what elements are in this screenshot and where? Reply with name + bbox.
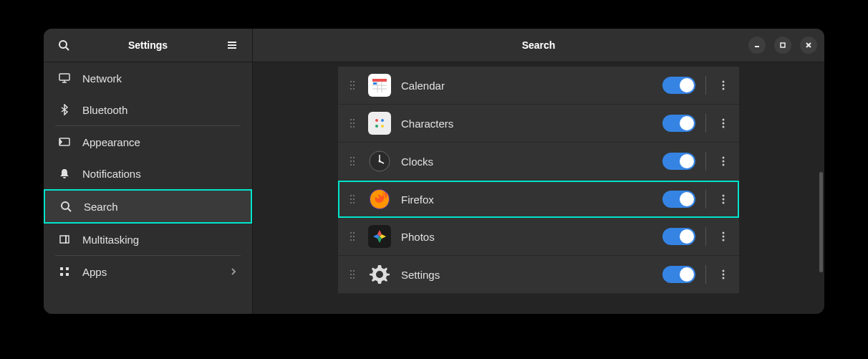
svg-line-10 [68,209,71,211]
divider [705,76,706,95]
divider [705,227,706,246]
search-provider-row-photos: Photos [338,218,739,256]
search-provider-row-calendar: Calendar [338,67,739,105]
svg-point-69 [353,202,355,204]
svg-point-74 [350,232,352,234]
toggle-switch[interactable] [662,115,695,132]
sidebar-item-network[interactable]: Network [44,62,252,94]
page-title: Search [522,39,556,51]
toggle-switch[interactable] [662,191,695,208]
drag-handle-icon[interactable] [347,80,358,91]
svg-point-87 [723,239,725,241]
sidebar-item-search[interactable]: Search [44,189,252,224]
app-label: Settings [401,269,652,281]
svg-point-35 [723,85,725,87]
search-provider-row-settings: Settings [338,256,739,294]
hamburger-icon [226,39,238,51]
sidebar-item-bluetooth[interactable]: Bluetooth [44,94,252,125]
svg-point-47 [381,125,384,128]
drag-handle-icon[interactable] [347,118,358,129]
minimize-button[interactable] [748,37,766,54]
svg-rect-18 [781,43,785,47]
svg-point-85 [723,232,725,234]
settings-app-icon [368,263,391,286]
characters-app-icon [368,112,391,135]
more-options-button[interactable] [716,155,730,167]
sidebar-item-label: Multitasking [82,234,139,246]
svg-point-45 [381,119,384,122]
svg-point-90 [350,274,352,275]
app-label: Firefox [401,193,652,206]
svg-point-63 [723,164,725,166]
svg-point-95 [723,274,725,276]
svg-point-60 [379,161,381,163]
svg-point-53 [350,161,352,162]
svg-point-55 [350,164,352,166]
sidebar-item-apps[interactable]: Apps [44,256,252,287]
bluetooth-icon [58,103,71,116]
firefox-app-icon [368,188,391,211]
sidebar-item-notifications[interactable]: Notifications [44,158,252,189]
svg-point-89 [353,270,355,272]
svg-point-72 [723,198,725,201]
close-button[interactable] [800,37,817,54]
divider [705,265,706,284]
svg-line-1 [66,47,69,50]
app-label: Clocks [401,155,652,168]
svg-point-61 [723,157,725,159]
sidebar-item-label: Search [84,201,118,213]
window-controls [748,37,817,54]
more-options-button[interactable] [716,231,730,242]
app-label: Characters [401,118,652,130]
svg-point-22 [353,81,355,82]
svg-point-44 [375,119,378,122]
divider [705,152,706,171]
svg-point-68 [350,202,352,204]
svg-point-66 [350,198,352,200]
svg-point-76 [350,236,352,237]
sidebar-search-button[interactable] [52,34,75,57]
toggle-switch[interactable] [662,77,695,94]
more-options-button[interactable] [716,193,730,205]
sidebar-item-multitasking[interactable]: Multitasking [44,224,252,255]
drag-handle-icon[interactable] [347,155,358,167]
drag-handle-icon[interactable] [347,193,358,205]
main-panel: Search [253,29,824,314]
hamburger-menu-button[interactable] [221,34,243,57]
search-provider-row-clocks: Clocks [338,143,739,181]
kebab-icon [722,80,725,91]
svg-rect-14 [66,267,69,270]
main-header: Search [253,29,824,62]
svg-point-36 [723,88,725,90]
drag-handle-icon[interactable] [347,269,358,280]
more-options-button[interactable] [716,118,730,129]
svg-point-49 [723,123,725,125]
search-provider-row-firefox: Firefox [338,181,739,218]
toggle-switch[interactable] [662,153,695,170]
svg-point-0 [59,41,67,48]
search-providers-container: Calendar Characters [253,62,824,314]
more-options-button[interactable] [716,269,730,280]
svg-point-26 [353,88,355,90]
svg-point-67 [353,198,355,200]
more-options-button[interactable] [716,80,730,91]
maximize-button[interactable] [774,37,791,54]
multitask-icon [58,233,71,246]
svg-point-86 [723,236,725,238]
toggle-switch[interactable] [662,228,695,245]
kebab-icon [722,118,725,129]
sidebar-item-label: Network [82,72,122,85]
svg-rect-16 [66,273,69,276]
scrollbar[interactable] [819,172,823,272]
toggle-switch[interactable] [662,266,695,283]
apps-grid-icon [58,265,71,278]
drag-handle-icon[interactable] [347,231,358,242]
svg-point-50 [723,126,725,128]
svg-point-38 [353,119,355,120]
svg-point-40 [353,123,355,124]
svg-point-34 [723,81,725,83]
sidebar-item-appearance[interactable]: Appearance [44,126,252,158]
svg-point-79 [353,239,355,241]
svg-rect-5 [59,74,69,80]
sidebar-item-label: Notifications [82,168,141,180]
